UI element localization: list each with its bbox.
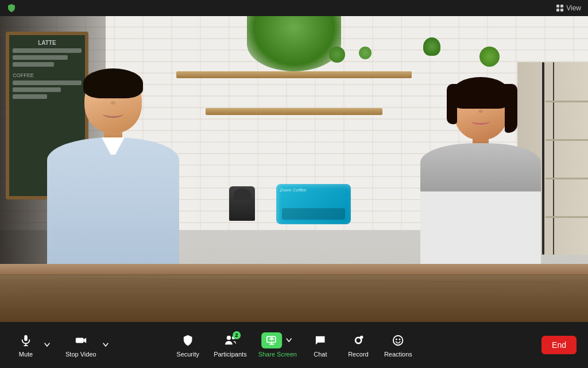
shelf-2 — [206, 108, 382, 115]
svg-rect-2 — [556, 9, 559, 12]
svg-point-13 — [360, 336, 363, 339]
mute-button[interactable]: Mute — [11, 329, 40, 361]
view-control[interactable]: View — [556, 4, 581, 12]
top-bar: View — [0, 0, 588, 16]
security-icon — [180, 332, 196, 348]
video-chevron[interactable] — [101, 337, 110, 353]
svg-rect-4 — [24, 335, 28, 341]
mute-chevron[interactable] — [42, 337, 52, 353]
person-2-body — [420, 143, 541, 264]
view-label: View — [566, 4, 581, 12]
record-icon — [350, 332, 366, 348]
participants-icon: 2 — [222, 332, 238, 348]
reactions-icon — [390, 332, 406, 348]
person-1-body — [47, 137, 179, 264]
person-1 — [47, 70, 179, 264]
hanging-plant — [247, 16, 341, 71]
share-screen-icon — [261, 332, 282, 348]
chat-label: Chat — [314, 351, 327, 358]
toolbar-left: Mute Stop Video — [11, 329, 110, 361]
shield-icon — [7, 3, 16, 13]
reactions-label: Reactions — [384, 351, 412, 358]
stop-video-button[interactable]: Stop Video — [63, 329, 99, 361]
chat-icon — [312, 332, 328, 348]
toolbar-center: Security 2 Participants — [173, 329, 415, 361]
record-label: Record — [348, 351, 368, 358]
shelf-1 — [176, 71, 412, 78]
person-2 — [420, 79, 541, 264]
shield-status — [7, 3, 16, 13]
mute-label: Mute — [19, 351, 33, 358]
share-screen-button[interactable]: Share Screen — [258, 332, 297, 358]
camera-icon — [73, 332, 89, 348]
video-area: LATTE COFFEE Zoom Coffee — [0, 16, 588, 322]
person-2-head — [454, 79, 508, 140]
svg-point-12 — [356, 338, 360, 342]
participants-count-badge: 2 — [233, 331, 241, 339]
toolbar-right: End — [541, 336, 577, 354]
svg-point-8 — [226, 336, 230, 340]
coffee-machine: Zoom Coffee — [276, 184, 351, 224]
svg-rect-1 — [560, 5, 563, 7]
grid-icon — [556, 4, 564, 12]
reactions-button[interactable]: Reactions — [382, 329, 415, 361]
chat-button[interactable]: Chat — [306, 329, 335, 361]
plant-3 — [423, 37, 440, 56]
record-button[interactable]: Record — [344, 329, 373, 361]
person-1-head — [84, 70, 142, 133]
security-button[interactable]: Security — [173, 329, 202, 361]
microphone-icon — [18, 332, 34, 348]
svg-rect-0 — [556, 5, 559, 7]
svg-point-15 — [396, 339, 397, 340]
share-screen-label: Share Screen — [258, 351, 297, 358]
svg-point-14 — [393, 336, 403, 346]
table-counter — [0, 264, 588, 322]
stop-video-label: Stop Video — [65, 351, 96, 358]
coffee-grinder — [229, 186, 255, 221]
participants-button[interactable]: 2 Participants — [211, 329, 249, 361]
end-button[interactable]: End — [541, 336, 577, 354]
share-screen-chevron[interactable] — [284, 332, 293, 348]
svg-rect-7 — [76, 338, 84, 343]
plant-2 — [359, 47, 372, 59]
security-label: Security — [176, 351, 199, 358]
svg-point-16 — [399, 339, 401, 340]
toolbar: Mute Stop Video — [0, 322, 588, 368]
svg-rect-3 — [560, 9, 563, 12]
participants-label: Participants — [214, 351, 246, 358]
